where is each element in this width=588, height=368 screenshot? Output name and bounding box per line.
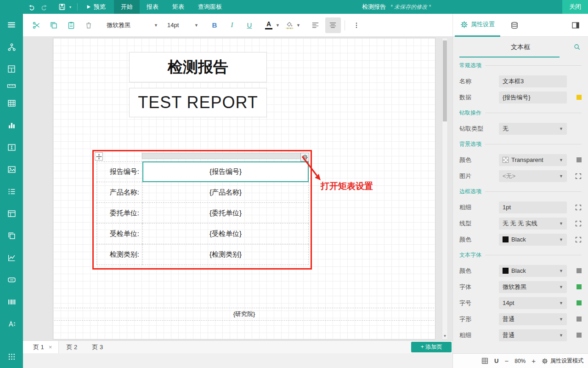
font-family-select[interactable]: 微软雅黑 ▼ [102, 17, 163, 33]
font-size-select-prop[interactable]: 14pt▼ [499, 297, 567, 309]
text-color-caret[interactable]: ▼ [276, 23, 280, 28]
toolbox-item-chart[interactable] [0, 114, 23, 136]
font-style-indicator[interactable] [577, 316, 582, 322]
toolbox-item-subreport[interactable] [0, 224, 23, 247]
report-subtitle-textbox[interactable]: TEST REPORT [129, 88, 267, 117]
fill-color-button[interactable] [283, 17, 295, 33]
undo-button[interactable] [24, 0, 38, 14]
fill-color-caret[interactable]: ▼ [296, 23, 300, 28]
close-button[interactable]: 关闭 [562, 0, 588, 14]
report-page[interactable]: 检测报告 TEST REPORT 报告编号: {报告编号} 产品名称: {产品名… [53, 38, 435, 339]
tablix-value-cell[interactable]: {产品名称} [142, 182, 309, 203]
toolbox-item-layout[interactable] [0, 58, 23, 80]
data-input[interactable]: {报告编号} [499, 92, 567, 104]
cut-button[interactable] [28, 17, 44, 33]
toolbox-item-textbox[interactable] [0, 136, 23, 158]
toolbox-item-matrix[interactable] [0, 345, 23, 368]
toolbox-item-table[interactable] [0, 92, 23, 114]
italic-button[interactable]: I [224, 17, 240, 33]
toolbox-item-list[interactable] [0, 180, 23, 202]
tablix-value-cell[interactable]: {检测类别} [142, 244, 309, 265]
font-family-select-prop[interactable]: 微软雅黑▼ [499, 281, 567, 293]
tab-query-panel[interactable]: 查询面板 [191, 0, 229, 14]
clear-button[interactable] [81, 17, 96, 33]
font-size-indicator[interactable] [577, 300, 582, 305]
tablix-column-handle[interactable] [142, 153, 309, 159]
tablix-settings-button[interactable] [300, 153, 309, 161]
toolbox-item-richtext[interactable] [0, 313, 23, 335]
page-tab-1[interactable]: 页 1 × [23, 341, 59, 353]
toolbox-item-image[interactable] [0, 158, 23, 180]
bg-color-indicator[interactable] [577, 157, 582, 162]
toolbox-item-sparkline[interactable] [0, 247, 23, 269]
border-color-select[interactable]: Black▼ [499, 234, 567, 246]
tab-start[interactable]: 开始 [114, 0, 140, 14]
expand-icon[interactable] [575, 173, 582, 179]
underline-button[interactable]: U [242, 17, 257, 33]
expand-icon[interactable] [575, 236, 582, 243]
bold-button[interactable]: B [207, 17, 222, 33]
toolbox-item-ruler[interactable] [0, 80, 23, 92]
page-tab-3[interactable]: 页 3 [85, 341, 110, 353]
toolbox-item-form[interactable] [0, 202, 23, 224]
scrollbar-down-arrow[interactable]: ▼ [442, 334, 447, 338]
toolbox-item-hierarchy[interactable] [0, 36, 23, 58]
data-panel-tab[interactable] [507, 17, 522, 33]
grid-toggle-button[interactable] [481, 357, 488, 364]
border-style-select[interactable]: 无 无 无 实线▼ [499, 218, 567, 230]
add-page-button[interactable]: + 添加页 [411, 342, 452, 352]
zoom-out-button[interactable]: − [504, 357, 509, 364]
canvas-vertical-scrollbar[interactable]: ▼ [442, 38, 448, 339]
toolbox-item-button[interactable] [0, 269, 23, 291]
font-size-select[interactable]: 14pt ▼ [163, 17, 203, 33]
name-input[interactable]: 文本框3 [499, 75, 567, 87]
close-tab-icon[interactable]: × [49, 344, 52, 351]
tablix-value-cell-selected[interactable]: {报告编号} [142, 161, 309, 182]
drill-type-select[interactable]: 无▼ [499, 123, 567, 135]
align-left-button[interactable] [308, 17, 323, 33]
text-color-button[interactable]: A [263, 17, 275, 33]
tablix-label-cell[interactable]: 检测类别: [96, 244, 142, 265]
zoom-in-button[interactable]: + [531, 357, 536, 364]
expand-icon[interactable] [575, 204, 582, 211]
paste-button[interactable] [63, 17, 79, 33]
tablix-label-cell[interactable]: 产品名称: [96, 182, 142, 203]
tablix-label-cell[interactable]: 受检单位: [96, 224, 142, 244]
collapse-panel-button[interactable] [568, 17, 583, 33]
bg-image-select[interactable]: <无>▼ [499, 170, 567, 182]
tab-tablix[interactable]: 矩表 [165, 0, 191, 14]
border-width-input[interactable]: 1pt [499, 201, 567, 213]
tablix-value-cell[interactable]: {受检单位} [142, 224, 309, 244]
scrollbar-thumb[interactable] [443, 40, 447, 121]
expand-icon[interactable] [575, 220, 582, 227]
copy-button[interactable] [46, 17, 62, 33]
font-color-indicator[interactable] [577, 268, 582, 273]
font-family-indicator[interactable] [577, 284, 582, 289]
page-tab-2[interactable]: 页 2 [59, 341, 85, 353]
properties-mode-button[interactable]: 属性设置模式 [542, 357, 583, 365]
more-options-button[interactable] [349, 17, 364, 33]
property-search-button[interactable] [573, 43, 581, 51]
font-style-select[interactable]: 普通▼ [499, 313, 567, 325]
tablix-label-cell[interactable]: 委托单位: [96, 203, 142, 224]
redo-button[interactable] [38, 0, 51, 14]
page-footer-textbox[interactable]: {研究院} [54, 308, 434, 321]
toolbox-item-barcode[interactable] [0, 291, 23, 313]
preview-button[interactable]: 预览 [81, 0, 110, 14]
report-title-textbox[interactable]: 检测报告 [129, 52, 267, 82]
align-center-button[interactable] [325, 17, 341, 33]
font-weight-select[interactable]: 普通▼ [499, 329, 567, 341]
main-menu-button[interactable] [0, 14, 23, 36]
tab-report[interactable]: 报表 [140, 0, 165, 14]
data-expression-indicator[interactable] [577, 95, 582, 100]
tablix-label-cell[interactable]: 报告编号: [96, 161, 142, 182]
font-weight-indicator[interactable] [577, 333, 582, 338]
font-color-select[interactable]: Black▼ [499, 265, 567, 277]
properties-panel-tab[interactable]: 属性设置 [455, 14, 500, 37]
tablix-value-cell[interactable]: {委托单位} [142, 203, 309, 224]
tablix-selection[interactable]: 报告编号: {报告编号} 产品名称: {产品名称} 委托单位: {委托单位} 受… [92, 150, 312, 270]
save-dropdown-caret[interactable]: ▾ [67, 5, 74, 9]
bg-color-select[interactable]: Transparent▼ [499, 154, 567, 166]
units-toggle-button[interactable]: U [494, 357, 498, 364]
tablix-move-handle[interactable] [95, 152, 103, 161]
